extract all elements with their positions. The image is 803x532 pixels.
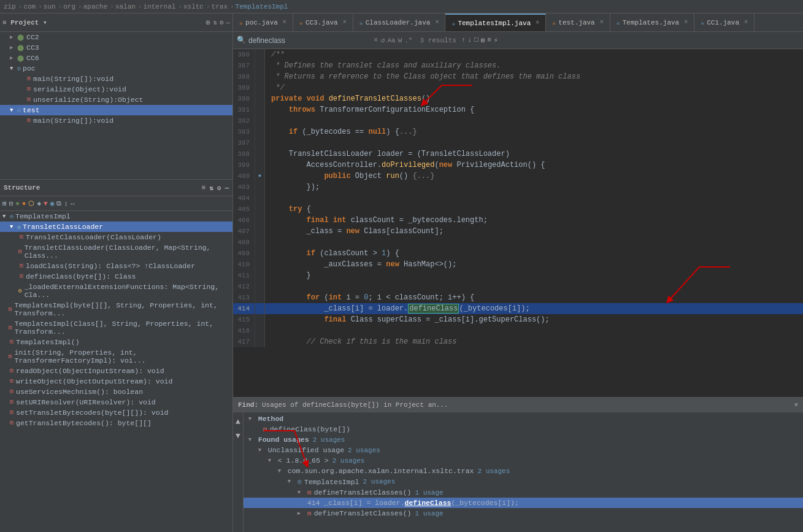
nav-down-arrow[interactable]: ▼ [236, 431, 240, 441]
struct-ctor-class[interactable]: m TemplatesImpl(Class[], String, Propert… [0, 318, 232, 337]
tree-item-main-poc[interactable]: m main(String[]):void [0, 74, 232, 84]
breadcrumb-sun[interactable]: sun [44, 3, 56, 10]
code-area[interactable]: 386 /** 387 * Defines the translet class… [233, 49, 803, 397]
tree-item-unserialize[interactable]: m unserialize(String):Object [0, 94, 232, 105]
breadcrumb-xsltc[interactable]: xsltc [183, 3, 204, 10]
breadcrumb-zip[interactable]: zip [4, 3, 16, 10]
search-filter[interactable]: ⚡ [494, 36, 498, 44]
find-package-count: 2 usages [477, 468, 510, 475]
search-pin[interactable]: ⊞ [481, 36, 485, 44]
tree-item-test[interactable]: ▼ ⊙ test [0, 105, 232, 115]
structure-icon-minus[interactable]: — [225, 184, 229, 192]
search-settings[interactable]: ≡ [487, 36, 491, 44]
line-gutter-409 [255, 248, 265, 259]
code-line-413: 413 for (int i = 0; i < classCount; i++)… [233, 292, 803, 303]
structure-transletclassloader[interactable]: ▼ ◉ TransletClassLoader [0, 222, 232, 232]
struct-icon-4[interactable]: ● [22, 200, 26, 207]
tab-close-templatesimpl[interactable]: × [536, 20, 539, 26]
search-wrap[interactable]: ↺ [380, 36, 385, 45]
search-prev[interactable]: ↑ [461, 36, 466, 44]
find-jdk[interactable]: ▼ < 1.8.0_65 > 2 usages [244, 455, 803, 466]
struct-readobj[interactable]: m readObject(ObjectInputStream): void [0, 366, 232, 376]
struct-init[interactable]: m init(String, Properties, int, Transfor… [0, 347, 232, 366]
breadcrumb-com[interactable]: com [23, 3, 36, 10]
struct-loadclass[interactable]: m loadClass(String): Class<?> ↑ClassLoad… [0, 261, 232, 271]
struct-settranslet[interactable]: m setTransletBytecodes(byte[][]): void [0, 407, 232, 418]
struct-icon-3[interactable]: ● [15, 200, 20, 207]
struct-writeobj[interactable]: m writeObject(ObjectOutputStream): void [0, 376, 232, 387]
find-section-usages[interactable]: ▼ Found usages 2 usages [244, 434, 803, 445]
tab-close-classloader[interactable]: × [435, 19, 439, 26]
tab-cc1[interactable]: ☕ CC1.java × [694, 13, 755, 31]
struct-defineclass[interactable]: m defineClass(byte[]): Class [0, 271, 232, 282]
tab-test[interactable]: ☕ test.java × [546, 13, 610, 31]
breadcrumb-internal[interactable]: internal [144, 3, 176, 10]
struct-icon-1[interactable]: ⊞ [2, 199, 7, 207]
struct-loadedext[interactable]: ⊙ _loadedExternalExtensionFunctions: Map… [0, 282, 232, 300]
find-package[interactable]: ▼ com.sun.org.apache.xalan.internal.xslt… [244, 466, 803, 476]
struct-icon-7[interactable]: ▼ [44, 200, 48, 207]
find-method-defineclass[interactable]: m defineClass(byte[]) [244, 424, 803, 434]
struct-icon-9[interactable]: ⧉ [56, 200, 61, 207]
package-icon-test: ⊙ [17, 107, 21, 114]
struct-useservices[interactable]: m useServicesMechnism(): boolean [0, 387, 232, 397]
search-input[interactable] [248, 36, 371, 45]
tree-item-poc[interactable]: ▼ ⊙ poc [0, 63, 232, 74]
struct-icon-2[interactable]: ⊟ [9, 199, 13, 207]
struct-ctor-byte[interactable]: m TemplatesImpl(byte[][], String, Proper… [0, 300, 232, 318]
tab-close-test[interactable]: × [600, 19, 604, 26]
breadcrumb-trax[interactable]: trax [212, 3, 228, 10]
breadcrumb-xalan[interactable]: xalan [115, 3, 136, 10]
search-regex[interactable]: .* [404, 37, 412, 44]
search-match-case[interactable]: Aa [387, 37, 395, 44]
tree-item-main-test[interactable]: m main(String[]):void [0, 115, 232, 126]
structure-icon-sort[interactable]: ⇅ [209, 184, 213, 192]
nav-up-arrow[interactable]: ▲ [236, 417, 240, 426]
project-icon-gear[interactable]: ⚙ [220, 18, 224, 26]
struct-ctor-empty[interactable]: m TemplatesImpl() [0, 337, 232, 347]
struct-icon-11[interactable]: ↔ [71, 200, 75, 207]
find-templatesimpl[interactable]: ▼ ⊙ TemplatesImpl 2 usages [244, 476, 803, 487]
tree-item-cc6[interactable]: ▶ ⬤ CC6 [0, 53, 232, 63]
tab-templatesimpl[interactable]: ☕ TemplatesImpl.java × [445, 13, 546, 31]
breadcrumb-org[interactable]: org [63, 3, 75, 10]
tree-item-cc2[interactable]: ▶ ⬤ CC2 [0, 32, 232, 42]
project-icon-settings[interactable]: ⊕ [206, 18, 210, 28]
vertical-nav-arrows: ▲ ▼ [233, 412, 244, 532]
structure-icon-list[interactable]: ≡ [202, 184, 206, 192]
tree-item-cc3[interactable]: ▶ ⬤ CC3 [0, 42, 232, 53]
breadcrumb-apache[interactable]: apache [83, 3, 108, 10]
tab-cc3[interactable]: ☕ CC3.java × [293, 13, 353, 31]
tab-close-cc3[interactable]: × [343, 19, 347, 26]
find-section-method[interactable]: ▼ Method [244, 414, 803, 424]
search-whole-word[interactable]: W [398, 37, 402, 44]
struct-tcl-ctor1[interactable]: m TransletClassLoader(ClassLoader) [0, 232, 232, 242]
find-define-translet-2[interactable]: ▶ m defineTransletClasses() 1 usage [244, 508, 803, 519]
struct-tcl-ctor2[interactable]: m TransletClassLoader(ClassLoader, Map<S… [0, 242, 232, 261]
structure-templatesimpl[interactable]: ▼ ⊙ TemplatesImpl [0, 211, 232, 222]
find-unclassified[interactable]: ▼ Unclassified usage 2 usages [244, 445, 803, 455]
tab-close-poc[interactable]: × [283, 19, 286, 26]
struct-icon-10[interactable]: ↕ [64, 200, 68, 207]
project-icon-sort[interactable]: ⇅ [213, 18, 217, 26]
search-expand[interactable]: □ [474, 36, 478, 44]
tab-classloader[interactable]: ☕ ClassLoader.java × [353, 13, 446, 31]
struct-seturi[interactable]: m setURIResolver(URIResolver): void [0, 397, 232, 407]
find-dt1-label: defineTransletClasses() [314, 488, 412, 496]
tree-item-serialize[interactable]: m serialize(Object):void [0, 84, 232, 94]
struct-gettranslet[interactable]: m getTransletBytecodes(): byte[][] [0, 418, 232, 428]
tab-poc[interactable]: ☕ poc.java × [233, 13, 293, 31]
struct-icon-8[interactable]: ◉ [50, 199, 55, 207]
tab-close-templates[interactable]: × [684, 19, 688, 26]
struct-icon-6[interactable]: ◈ [37, 199, 41, 207]
tab-close-cc1[interactable]: × [744, 19, 748, 26]
struct-icon-5[interactable]: ⬡ [28, 199, 34, 207]
search-next[interactable]: ↓ [467, 36, 472, 44]
tab-templates[interactable]: ☕ Templates.java × [610, 13, 694, 31]
find-close[interactable]: × [794, 401, 798, 409]
project-icon-minus[interactable]: — [226, 19, 230, 26]
find-line-414[interactable]: 414 _class[i] = loader.defineClass(_byte… [244, 498, 803, 508]
search-clear[interactable]: × [374, 36, 378, 45]
structure-icon-gear[interactable]: ⚙ [217, 184, 221, 192]
find-define-translet-1[interactable]: ▼ m defineTransletClasses() 1 usage [244, 487, 803, 498]
